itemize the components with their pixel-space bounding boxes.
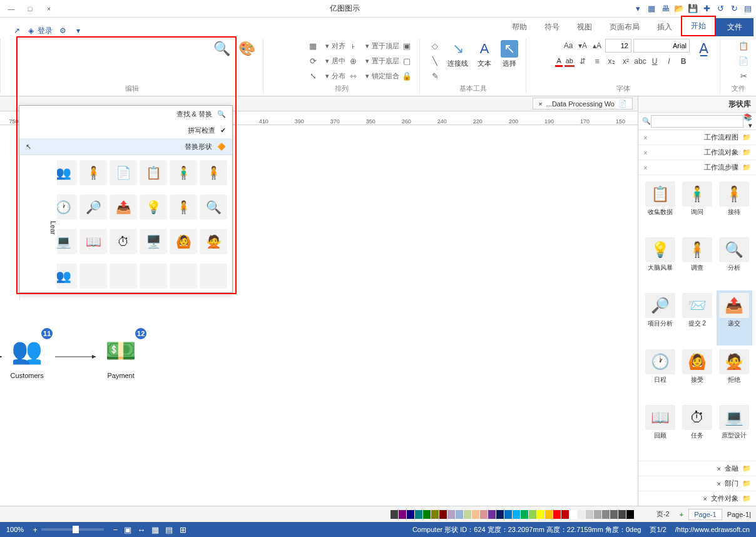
- close-cat-icon[interactable]: ×: [643, 134, 647, 141]
- open-icon[interactable]: 📂: [673, 3, 685, 14]
- color-swatch[interactable]: [610, 510, 618, 519]
- paste-button[interactable]: 📋: [736, 39, 751, 53]
- shape-item[interactable]: 🙅拒绝: [717, 347, 752, 401]
- tab-insert[interactable]: 插入: [648, 18, 681, 36]
- color-swatch[interactable]: [618, 510, 626, 519]
- print-icon[interactable]: 🖶: [660, 3, 671, 14]
- shape-item[interactable]: 🔍分析: [717, 235, 752, 289]
- font-format-button[interactable]: A̲: [692, 39, 715, 59]
- share-icon[interactable]: ↗: [10, 26, 20, 36]
- shape-search-input[interactable]: [651, 115, 743, 128]
- tab-layout[interactable]: 页面布局: [601, 18, 648, 36]
- spacing-button[interactable]: ⇵: [576, 55, 589, 68]
- page-2-tab[interactable]: 页-2: [651, 508, 675, 520]
- shape-item[interactable]: 🧍‍♂️询问: [679, 179, 715, 233]
- close-cat-icon[interactable]: ×: [643, 164, 647, 171]
- decrease-font-button[interactable]: A▾: [576, 39, 589, 52]
- cat-finance[interactable]: 📁金融×: [638, 461, 756, 476]
- shape-item[interactable]: 🧍调查: [679, 235, 715, 289]
- group-button[interactable]: ▦: [305, 39, 320, 53]
- dd-shape-thumb[interactable]: 🔎: [79, 195, 107, 220]
- color-swatch[interactable]: [423, 510, 431, 519]
- replace-shape-dropdown[interactable]: 🔍查找 & 替换 ✔拼写检查 🔶替换形状↖ 🧍🧍‍♂️📋📄🧍👥🔍🧍💡📤🔎🕐🙅🙆🖥…: [19, 105, 233, 293]
- new-icon[interactable]: ✚: [701, 3, 712, 14]
- style-button[interactable]: 🎨: [235, 39, 258, 59]
- color-swatch[interactable]: [561, 510, 569, 519]
- dd-shape-thumb[interactable]: 📤: [110, 195, 137, 220]
- cloud-icon[interactable]: ◈: [24, 26, 34, 36]
- font-size-select[interactable]: [605, 39, 631, 53]
- close-cat-icon[interactable]: ×: [643, 149, 647, 156]
- shape-item[interactable]: 📋收集数据: [642, 179, 678, 233]
- font-color-button[interactable]: A: [555, 56, 562, 67]
- shape-item[interactable]: 🙆接受: [679, 347, 715, 401]
- color-swatch[interactable]: [464, 510, 471, 519]
- cut-button[interactable]: ✂: [736, 69, 751, 83]
- node-payment[interactable]: 💵 12 Payment: [99, 332, 143, 379]
- tab-help[interactable]: 帮助: [503, 18, 536, 36]
- color-swatch[interactable]: [391, 510, 398, 519]
- dd-shape-thumb[interactable]: 🧍‍♂️: [170, 160, 197, 185]
- connector-tool[interactable]: ↘连接线: [445, 39, 471, 69]
- lock-button[interactable]: 🔒锁定组合▾: [363, 69, 414, 83]
- size-button[interactable]: ⤡: [305, 69, 320, 83]
- color-swatch[interactable]: [578, 510, 585, 519]
- color-swatch[interactable]: [521, 510, 528, 519]
- cat-workflow[interactable]: 📁工作流程图×: [638, 130, 756, 145]
- node-customers[interactable]: 👥 11 Customers: [5, 332, 49, 379]
- pen-tool[interactable]: ✎: [427, 69, 442, 83]
- strike-button[interactable]: abc: [634, 55, 646, 68]
- close-doc-icon[interactable]: ×: [538, 100, 542, 108]
- color-swatch[interactable]: [472, 510, 479, 519]
- page-1-tab[interactable]: Page-1: [688, 509, 722, 520]
- superscript-button[interactable]: x²: [620, 55, 632, 68]
- cat-fileobj[interactable]: 📁文件对象×: [638, 491, 756, 506]
- dd-shape-thumb[interactable]: [79, 263, 107, 289]
- doc-tab-1[interactable]: 📄Data Processing Wo...×: [533, 98, 633, 110]
- dd-shape-thumb[interactable]: 👥: [57, 263, 77, 289]
- zoom-slider[interactable]: [41, 528, 104, 531]
- dd-shape-thumb[interactable]: [110, 263, 137, 289]
- dd-shape-thumb[interactable]: 🧍: [200, 160, 227, 185]
- color-swatch[interactable]: [415, 510, 422, 519]
- color-swatch[interactable]: [570, 510, 577, 519]
- shape-item[interactable]: 💻原型设计: [717, 402, 752, 457]
- tab-file[interactable]: 文件: [716, 18, 753, 36]
- dd-shape-thumb[interactable]: 🖥️: [140, 229, 167, 254]
- color-swatch[interactable]: [399, 510, 406, 519]
- shape-tool[interactable]: ◇: [427, 39, 442, 53]
- zoom-out-icon[interactable]: −: [108, 525, 118, 534]
- bring-front-button[interactable]: ▣置于顶层▾: [363, 39, 414, 53]
- view2-icon[interactable]: ▤: [163, 525, 173, 534]
- color-swatch[interactable]: [480, 510, 488, 519]
- minimize-button[interactable]: —: [3, 2, 20, 16]
- italic-button[interactable]: I: [663, 55, 675, 68]
- dd-find[interactable]: 🔍查找 & 替换: [19, 106, 232, 122]
- color-swatch[interactable]: [447, 510, 455, 519]
- dd-shape-thumb[interactable]: [140, 263, 167, 289]
- export-icon[interactable]: ▦: [646, 3, 657, 14]
- cat-steps[interactable]: 📁工作流步骤×: [638, 160, 756, 175]
- center-button[interactable]: ⊕居中▾: [323, 54, 360, 68]
- login-area[interactable]: ↗ ◈ 登录 ⚙ ▾: [10, 26, 80, 36]
- caret-icon[interactable]: ▾: [70, 26, 80, 36]
- dd-shape-thumb[interactable]: [170, 263, 197, 289]
- color-swatch[interactable]: [529, 510, 536, 519]
- dd-shape-thumb[interactable]: 👥: [57, 160, 77, 185]
- color-swatch[interactable]: [626, 510, 634, 519]
- shape-item[interactable]: ⏱任务: [679, 402, 715, 457]
- shape-item[interactable]: 🧍接待: [717, 179, 752, 233]
- redo-icon[interactable]: ↻: [728, 3, 740, 14]
- search-icon[interactable]: 🔍: [642, 117, 651, 125]
- color-swatch[interactable]: [456, 510, 463, 519]
- shape-item[interactable]: 💡大脑风暴: [642, 235, 678, 289]
- font-name-select[interactable]: [633, 39, 690, 53]
- dd-shape-thumb[interactable]: 🕐: [57, 195, 77, 220]
- font-case-button[interactable]: Aa: [562, 39, 575, 52]
- lib-icon[interactable]: 📚▾: [743, 113, 752, 130]
- color-swatch[interactable]: [594, 510, 601, 519]
- rotate-button[interactable]: ⟳: [305, 54, 320, 68]
- login-label[interactable]: 登录: [38, 26, 53, 36]
- shape-item[interactable]: 🔎项目分析: [642, 290, 678, 345]
- bullets-button[interactable]: ≡: [591, 55, 603, 68]
